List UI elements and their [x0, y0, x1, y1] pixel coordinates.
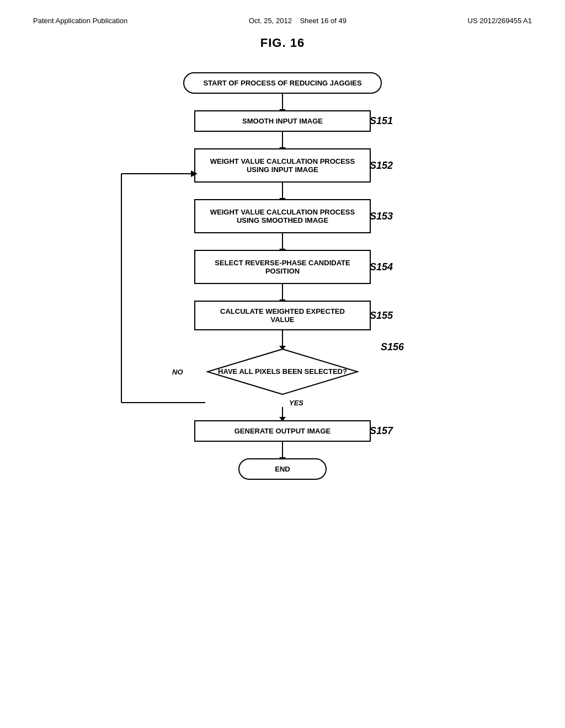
arrow-7 — [282, 407, 283, 418]
step-s153: WEIGHT VALUE CALCULATION PROCESS USING S… — [194, 199, 371, 233]
yes-label: YES — [289, 399, 303, 407]
step-s151: SMOOTH INPUT IMAGE — [194, 110, 371, 132]
step-s154-wrapper: SELECT REVERSE-PHASE CANDIDATE POSITION … — [33, 250, 532, 284]
header-publication: Patent Application Publication — [33, 17, 127, 25]
step-s154-tag: S154 — [370, 261, 393, 273]
step-s155-wrapper: CALCULATE WEIGHTED EXPECTED VALUE S155 — [33, 301, 532, 330]
page: Patent Application Publication Oct. 25, … — [0, 0, 565, 728]
step-s151-wrapper: SMOOTH INPUT IMAGE S151 — [33, 110, 532, 132]
step-s152: WEIGHT VALUE CALCULATION PROCESS USING I… — [194, 148, 371, 183]
arrow-3 — [282, 183, 283, 199]
header-patent-number: US 2012/269455 A1 — [468, 17, 532, 25]
arrow-5 — [282, 284, 283, 301]
start-shape: START OF PROCESS OF REDUCING JAGGIES — [183, 72, 382, 94]
no-label: NO — [172, 368, 183, 376]
header-date: Oct. 25, 2012 — [249, 17, 292, 25]
header-sheet: Sheet 16 of 49 — [300, 17, 347, 25]
end-node: END — [33, 458, 532, 480]
end-shape: END — [238, 458, 327, 480]
step-s154: SELECT REVERSE-PHASE CANDIDATE POSITION — [194, 250, 371, 284]
step-s156-text: HAVE ALL PIXELS BEEN SELECTED? — [218, 367, 347, 377]
step-s156: HAVE ALL PIXELS BEEN SELECTED? — [205, 347, 360, 397]
header-date-sheet: Oct. 25, 2012 Sheet 16 of 49 — [249, 17, 347, 25]
step-s157-tag: S157 — [370, 425, 393, 437]
step-s151-tag: S151 — [370, 115, 393, 127]
step-s152-tag: S152 — [370, 160, 393, 172]
step-s157-wrapper: GENERATE OUTPUT IMAGE S157 — [33, 420, 532, 442]
step-s152-wrapper: WEIGHT VALUE CALCULATION PROCESS USING I… — [33, 148, 532, 183]
step-s156-wrapper: HAVE ALL PIXELS BEEN SELECTED? NO — [33, 347, 532, 397]
arrow-1 — [282, 94, 283, 110]
step-s153-wrapper: WEIGHT VALUE CALCULATION PROCESS USING S… — [33, 199, 532, 233]
figure-title: FIG. 16 — [33, 36, 532, 50]
step-s155-tag: S155 — [370, 310, 393, 322]
arrow-2 — [282, 132, 283, 148]
step-s155: CALCULATE WEIGHTED EXPECTED VALUE — [194, 301, 371, 330]
arrow-8 — [282, 442, 283, 458]
start-node: START OF PROCESS OF REDUCING JAGGIES — [33, 72, 532, 94]
arrow-4 — [282, 233, 283, 250]
step-s153-tag: S153 — [370, 211, 393, 222]
page-header: Patent Application Publication Oct. 25, … — [33, 17, 532, 25]
arrow-6 — [282, 330, 283, 347]
flowchart: START OF PROCESS OF REDUCING JAGGIES SMO… — [33, 72, 532, 480]
step-s157: GENERATE OUTPUT IMAGE — [194, 420, 371, 442]
